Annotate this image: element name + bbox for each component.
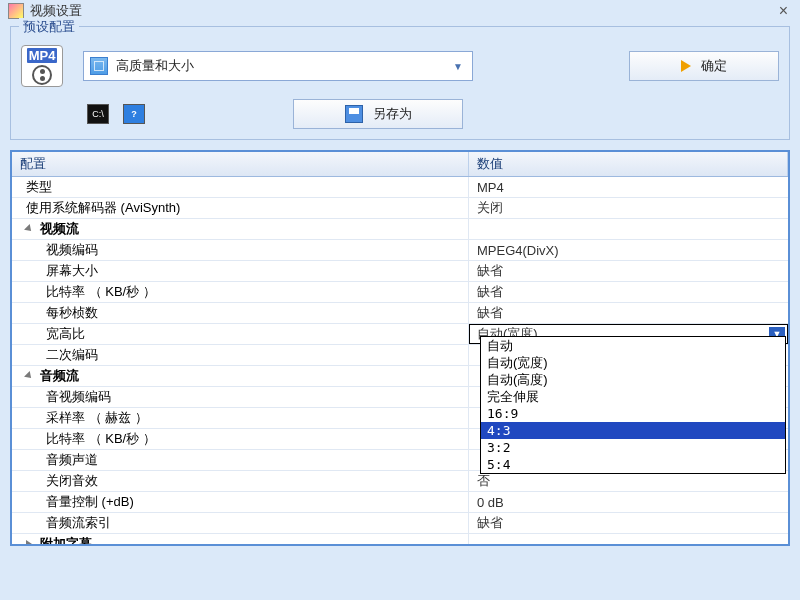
- grid-cell-label: 音量控制 (+dB): [12, 492, 469, 512]
- save-icon: [345, 105, 363, 123]
- row-label: 附加字幕: [40, 535, 92, 545]
- expand-toggle-icon[interactable]: [26, 540, 32, 545]
- row-label: 音频流索引: [46, 514, 111, 532]
- grid-cell-label: 音频流索引: [12, 513, 469, 533]
- expand-toggle-icon[interactable]: [24, 371, 34, 381]
- grid-cell-value[interactable]: 缺省: [469, 282, 788, 302]
- row-label: 比特率 （ KB/秒 ）: [46, 430, 156, 448]
- dropdown-option[interactable]: 4:3: [481, 422, 785, 439]
- close-icon[interactable]: ×: [775, 2, 792, 20]
- settings-grid: 配置 数值 类型MP4使用系统解码器 (AviSynth)关闭视频流视频编码MP…: [10, 150, 790, 546]
- grid-cell-label: 音频流: [12, 366, 469, 386]
- terminal-icon[interactable]: C:\: [87, 104, 109, 124]
- grid-row[interactable]: 音频流索引缺省: [12, 513, 788, 534]
- grid-cell-value[interactable]: MP4: [469, 177, 788, 197]
- grid-cell-value[interactable]: 关闭: [469, 198, 788, 218]
- grid-cell-value: [469, 219, 788, 239]
- grid-cell-label: 宽高比: [12, 324, 469, 344]
- grid-cell-value[interactable]: MPEG4(DivX): [469, 240, 788, 260]
- grid-cell-label: 音频声道: [12, 450, 469, 470]
- preset-legend: 预设配置: [19, 18, 79, 36]
- row-label: 屏幕大小: [46, 262, 98, 280]
- row-label: 音量控制 (+dB): [46, 493, 134, 511]
- grid-cell-value[interactable]: 缺省: [469, 513, 788, 533]
- dropdown-option[interactable]: 自动(高度): [481, 371, 785, 388]
- format-badge-icon: MP4: [21, 45, 63, 87]
- grid-row[interactable]: 每秒桢数缺省: [12, 303, 788, 324]
- dropdown-option[interactable]: 3:2: [481, 439, 785, 456]
- row-label: 关闭音效: [46, 472, 98, 490]
- grid-cell-value[interactable]: 缺省: [469, 261, 788, 281]
- grid-cell-label: 比特率 （ KB/秒 ）: [12, 282, 469, 302]
- row-label: 每秒桢数: [46, 304, 98, 322]
- ok-button-label: 确定: [701, 57, 727, 75]
- grid-cell-label: 使用系统解码器 (AviSynth): [12, 198, 469, 218]
- grid-cell-label: 采样率 （ 赫兹 ）: [12, 408, 469, 428]
- grid-cell-label: 附加字幕: [12, 534, 469, 545]
- grid-cell-value[interactable]: 缺省: [469, 303, 788, 323]
- grid-cell-label: 音视频编码: [12, 387, 469, 407]
- grid-row[interactable]: 比特率 （ KB/秒 ）缺省: [12, 282, 788, 303]
- preset-row-tools: C:\ ? 另存为: [21, 99, 779, 129]
- dropdown-option[interactable]: 5:4: [481, 456, 785, 473]
- preset-combo[interactable]: 高质量和大小 ▼: [83, 51, 473, 81]
- row-label: 比特率 （ KB/秒 ）: [46, 283, 156, 301]
- row-label: 类型: [26, 178, 52, 196]
- grid-row[interactable]: 类型MP4: [12, 177, 788, 198]
- grid-header-value: 数值: [469, 152, 788, 176]
- grid-cell-value[interactable]: 否: [469, 471, 788, 491]
- ok-button[interactable]: 确定: [629, 51, 779, 81]
- grid-header: 配置 数值: [12, 152, 788, 177]
- row-value: 否: [477, 472, 490, 490]
- row-value: MP4: [477, 180, 504, 195]
- grid-cell-value[interactable]: 0 dB: [469, 492, 788, 512]
- dropdown-option[interactable]: 完全伸展: [481, 388, 785, 405]
- grid-cell-label: 视频编码: [12, 240, 469, 260]
- grid-cell-label: 关闭音效: [12, 471, 469, 491]
- grid-cell-label: 类型: [12, 177, 469, 197]
- row-label: 采样率 （ 赫兹 ）: [46, 409, 148, 427]
- row-value: 缺省: [477, 262, 503, 280]
- grid-row[interactable]: 屏幕大小缺省: [12, 261, 788, 282]
- grid-cell-label: 每秒桢数: [12, 303, 469, 323]
- row-label: 二次编码: [46, 346, 98, 364]
- app-icon: [8, 3, 24, 19]
- grid-header-config: 配置: [12, 152, 469, 176]
- grid-row[interactable]: 视频流: [12, 219, 788, 240]
- grid-cell-label: 比特率 （ KB/秒 ）: [12, 429, 469, 449]
- row-label: 音频流: [40, 367, 79, 385]
- dropdown-option[interactable]: 自动(宽度): [481, 354, 785, 371]
- row-label: 视频流: [40, 220, 79, 238]
- dropdown-option[interactable]: 自动: [481, 337, 785, 354]
- expand-toggle-icon[interactable]: [24, 224, 34, 234]
- grid-cell-label: 视频流: [12, 219, 469, 239]
- row-value: 缺省: [477, 304, 503, 322]
- grid-cell-value: [469, 534, 788, 545]
- row-label: 音频声道: [46, 451, 98, 469]
- help-icon[interactable]: ?: [123, 104, 145, 124]
- row-label: 音视频编码: [46, 388, 111, 406]
- titlebar: 视频设置 ×: [0, 0, 800, 22]
- save-as-label: 另存为: [373, 105, 412, 123]
- grid-cell-label: 屏幕大小: [12, 261, 469, 281]
- preset-frame: 预设配置 MP4 高质量和大小 ▼ 确定 C:\ ? 另存为: [10, 26, 790, 140]
- row-value: 0 dB: [477, 495, 504, 510]
- arrow-right-icon: [681, 60, 691, 72]
- row-label: 使用系统解码器 (AviSynth): [26, 199, 180, 217]
- grid-row[interactable]: 关闭音效否: [12, 471, 788, 492]
- preset-combo-label: 高质量和大小: [116, 57, 450, 75]
- row-value: MPEG4(DivX): [477, 243, 559, 258]
- aspect-ratio-dropdown[interactable]: 自动自动(宽度)自动(高度)完全伸展16:94:33:25:4: [480, 336, 786, 474]
- grid-row[interactable]: 视频编码MPEG4(DivX): [12, 240, 788, 261]
- grid-cell-label: 二次编码: [12, 345, 469, 365]
- save-as-button[interactable]: 另存为: [293, 99, 463, 129]
- chevron-down-icon: ▼: [450, 61, 466, 72]
- grid-row[interactable]: 使用系统解码器 (AviSynth)关闭: [12, 198, 788, 219]
- row-label: 视频编码: [46, 241, 98, 259]
- grid-row[interactable]: 音量控制 (+dB)0 dB: [12, 492, 788, 513]
- row-value: 缺省: [477, 283, 503, 301]
- dropdown-option[interactable]: 16:9: [481, 405, 785, 422]
- preset-row-main: MP4 高质量和大小 ▼ 确定: [21, 45, 779, 87]
- preset-glyph-icon: [90, 57, 108, 75]
- grid-row[interactable]: 附加字幕: [12, 534, 788, 545]
